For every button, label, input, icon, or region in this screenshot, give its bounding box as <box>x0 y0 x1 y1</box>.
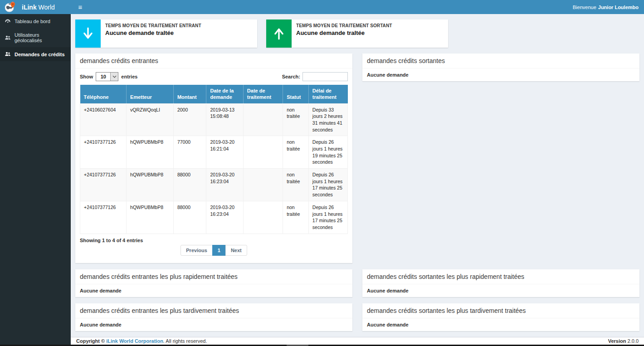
empty-message: Aucune demande <box>367 322 635 327</box>
panel-title: demandes crédits entrantes <box>75 54 352 68</box>
cell-telephone: +24107377126 <box>80 201 127 234</box>
column-header-date-demande[interactable]: Date de la demande <box>206 85 243 103</box>
cell-montant: 2000 <box>173 103 206 136</box>
column-header-montant[interactable]: Montant <box>173 85 206 103</box>
panel-title: demandes crédits sortantes les plus tard… <box>362 303 639 318</box>
show-label: Show <box>80 74 93 79</box>
users-icon <box>5 35 11 41</box>
sidebar-toggle-hamburger-icon[interactable]: ≡ <box>71 0 90 14</box>
panel-body: Aucune demande <box>362 318 639 331</box>
panel-body: Aucune demande <box>75 284 352 297</box>
datatable-controls: Show 10 entries Search: <box>80 72 348 81</box>
copyright-label: Copyright © <box>76 338 105 344</box>
table-row: +24107377126 hQWPUBMbP8 88000 2019-03-20… <box>80 169 348 201</box>
cell-telephone: +24107377126 <box>80 169 127 201</box>
sidebar-item-demandes-de-credits[interactable]: Demandes de crédits <box>0 47 71 61</box>
globe-pin-logo-icon <box>4 1 16 13</box>
sidebar-item-label: Tableau de bord <box>15 19 50 24</box>
panel-entrantes-rapidement: demandes crédits entrantes les plus rapi… <box>75 269 352 297</box>
cell-delai: Depuis 26 jours 1 heures 19 minutes 25 s… <box>308 136 347 169</box>
pagination-next-button[interactable]: Next <box>225 245 247 256</box>
column-header-delai[interactable]: Délai de traitement <box>308 85 347 103</box>
users-icon <box>5 51 11 57</box>
empty-message: Aucune demande <box>80 288 348 293</box>
cell-emetteur: hQWPUBMbP8 <box>127 201 174 234</box>
panel-title: demandes crédits entrantes les plus tard… <box>75 303 352 318</box>
cell-emetteur: hQWPUBMbP8 <box>127 136 174 169</box>
search-control: Search: <box>282 72 348 81</box>
brand-title-rest: World <box>37 4 55 11</box>
cell-delai: Depuis 33 jours 2 heures 31 minutes 41 s… <box>308 103 347 136</box>
welcome-text: Bienvenue Junior Loulembo <box>573 0 644 14</box>
main-panels-row: demandes crédits entrantes Show 10 entr <box>75 54 639 263</box>
cell-statut: non traitée <box>283 169 309 201</box>
empty-message: Aucune demande <box>80 322 348 327</box>
panel-body: Aucune demande <box>362 68 639 81</box>
sidebar-item-utilisateurs-geolocalises[interactable]: Utilisateurs géolocalisés <box>0 28 71 47</box>
empty-message: Aucune demande <box>367 288 635 293</box>
column-header-emetteur[interactable]: Emetteur <box>127 85 174 103</box>
table-header-row: Téléphone Emetteur Montant Date de la de… <box>80 85 348 103</box>
bottom-panels-grid: demandes crédits entrantes les plus rapi… <box>75 269 639 331</box>
pagination: Previous 1 Next <box>80 245 348 256</box>
brand-logo-link[interactable]: iLink World <box>0 0 71 14</box>
cell-date-traitement <box>243 201 283 234</box>
panel-demandes-sortantes: demandes crédits sortantes Aucune demand… <box>362 54 639 81</box>
cell-statut: non traitée <box>283 103 309 136</box>
cell-emetteur: hQWPUBMbP8 <box>127 169 174 201</box>
search-label: Search: <box>282 74 300 79</box>
page-length-select[interactable]: 10 <box>96 72 118 81</box>
brand-title-bold: iLink <box>22 4 37 11</box>
sidebar-item-tableau-de-bord[interactable]: Tableau de bord <box>0 14 71 28</box>
panel-demandes-entrantes: demandes crédits entrantes Show 10 entr <box>75 54 352 263</box>
panel-sortantes-tardivement: demandes crédits sortantes les plus tard… <box>362 303 639 331</box>
column-header-statut[interactable]: Statut <box>283 85 309 103</box>
panel-title: demandes crédits sortantes <box>362 54 639 68</box>
pagination-page-1-button[interactable]: 1 <box>212 245 226 256</box>
table-info-text: Showing 1 to 4 of 4 entries <box>80 238 348 243</box>
stat-box-entrant: TEMPS MOYEN DE TRAITEMENT ENTRANT Aucune… <box>75 19 257 48</box>
panel-sortantes-rapidement: demandes crédits sortantes les plus rapi… <box>362 269 639 297</box>
cell-statut: non traitée <box>283 201 309 234</box>
stat-box-text: TEMPS MOYEN DE TRAITEMENT ENTRANT Aucune… <box>101 19 206 48</box>
cell-date-demande: 2019-03-20 16:23:04 <box>206 201 243 234</box>
cell-date-traitement <box>243 103 283 136</box>
version-label: Version <box>608 338 626 344</box>
copyright-text: Copyright © iLink World Corporation. All… <box>76 338 207 344</box>
page-length-value: 10 <box>96 74 110 79</box>
welcome-prefix: Bienvenue <box>573 5 596 10</box>
company-link[interactable]: iLink World Corporation <box>106 338 163 344</box>
panel-title: demandes crédits entrantes les plus rapi… <box>75 269 352 284</box>
panel-body: Aucune demande <box>75 318 352 331</box>
sidebar: Tableau de bord Utilisateurs géolocalisé… <box>0 14 71 346</box>
sidebar-item-label: Demandes de crédits <box>15 52 65 57</box>
version-text: Version 2.0.0 <box>608 338 639 344</box>
top-navbar: iLink World ≡ Bienvenue Junior Loulembo <box>0 0 644 14</box>
cell-date-traitement <box>243 136 283 169</box>
table-row: +24107377126 hQWPUBMbP8 88000 2019-03-20… <box>80 201 348 234</box>
version-value: 2.0.0 <box>628 338 639 344</box>
cell-emetteur: vQRZWQoqLI <box>127 103 174 136</box>
table-row: +24106027604 vQRZWQoqLI 2000 2019-03-13 … <box>80 103 348 136</box>
cell-telephone: +24107377126 <box>80 136 127 169</box>
stat-boxes-row: TEMPS MOYEN DE TRAITEMENT ENTRANT Aucune… <box>75 19 639 48</box>
footer: Copyright © iLink World Corporation. All… <box>71 337 644 345</box>
main-content: TEMPS MOYEN DE TRAITEMENT ENTRANT Aucune… <box>71 14 644 337</box>
cell-statut: non traitée <box>283 136 309 169</box>
pagination-previous-button[interactable]: Previous <box>181 245 212 256</box>
stat-box-value: Aucune demande traItée <box>105 29 201 36</box>
panel-title: demandes crédits sortantes les plus rapi… <box>362 269 639 284</box>
panel-entrantes-tardivement: demandes crédits entrantes les plus tard… <box>75 303 352 331</box>
column-header-telephone[interactable]: Téléphone <box>80 85 127 103</box>
arrow-up-icon <box>266 19 292 48</box>
cell-date-traitement <box>243 169 283 201</box>
panel-body: Show 10 entries Search: <box>75 68 352 263</box>
cell-date-demande: 2019-03-20 16:23:04 <box>206 169 243 201</box>
cell-date-demande: 2019-03-13 15:08:48 <box>206 103 243 136</box>
stat-box-title: TEMPS MOYEN DE TRAITEMENT ENTRANT <box>105 23 201 28</box>
cell-date-demande: 2019-03-20 16:21:04 <box>206 136 243 169</box>
search-input[interactable] <box>302 72 348 81</box>
panel-body: Aucune demande <box>362 284 639 297</box>
sidebar-item-label: Utilisateurs géolocalisés <box>15 32 66 43</box>
column-header-date-traitement[interactable]: Date de traitement <box>243 85 283 103</box>
